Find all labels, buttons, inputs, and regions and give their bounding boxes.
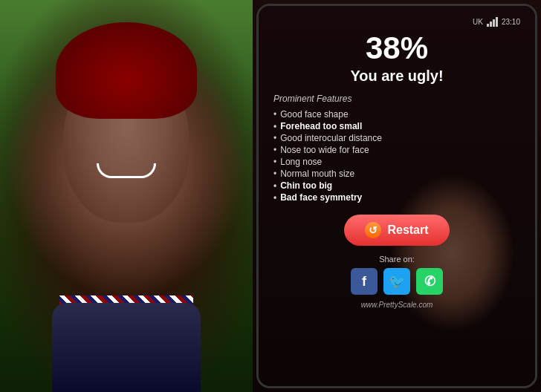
twitter-icon: 🐦 [389, 273, 405, 290]
list-item: Nose too wide for face [273, 144, 520, 156]
list-item: Long nose [273, 156, 520, 168]
face-background [0, 0, 253, 392]
restart-label: Restart [387, 223, 428, 237]
list-item: Chin too big [273, 180, 520, 192]
facebook-icon: f [362, 274, 366, 290]
right-panel: UK 23:10 38% You are ugly! Prominent Fea… [253, 0, 541, 392]
facebook-share-button[interactable]: f [351, 268, 378, 295]
list-item: Bad face symmetry [273, 192, 520, 203]
signal-bar-3 [493, 19, 495, 27]
tablet-device: UK 23:10 38% You are ugly! Prominent Fea… [256, 4, 537, 388]
clothes [52, 303, 201, 392]
list-item: Normal mouth size [273, 168, 520, 180]
network-label: UK [473, 18, 483, 26]
tablet-screen: UK 23:10 38% You are ugly! Prominent Fea… [259, 6, 535, 386]
share-buttons: f 🐦 ✆ [351, 268, 443, 295]
time-display: 23:10 [502, 18, 520, 26]
list-item: Good face shape [273, 108, 520, 120]
left-photo-panel [0, 0, 253, 392]
restart-icon: ↺ [365, 222, 381, 238]
signal-bar-4 [496, 17, 498, 27]
twitter-share-button[interactable]: 🐦 [383, 268, 410, 295]
score-percentage: 38% [366, 30, 428, 66]
verdict-text: You are ugly! [350, 68, 443, 85]
share-section: Share on: f 🐦 ✆ [351, 255, 443, 295]
hair [56, 22, 197, 119]
website-url: www.PrettyScale.com [361, 301, 433, 309]
whatsapp-icon: ✆ [424, 273, 435, 290]
signal-bar-1 [487, 24, 489, 27]
features-title: Prominent Features [273, 94, 520, 104]
whatsapp-share-button[interactable]: ✆ [416, 268, 443, 295]
list-item: Good interocular distance [273, 132, 520, 144]
status-bar: UK 23:10 [273, 17, 520, 27]
restart-button[interactable]: ↺ Restart [344, 215, 449, 246]
smile [97, 163, 156, 178]
features-list: Good face shape Forehead too small Good … [273, 108, 520, 203]
signal-bar-2 [490, 22, 492, 27]
share-label: Share on: [379, 255, 415, 264]
restart-icon-symbol: ↺ [369, 224, 378, 236]
list-item: Forehead too small [273, 120, 520, 132]
features-section: Prominent Features Good face shape Foreh… [273, 94, 520, 203]
signal-indicator [487, 17, 498, 27]
